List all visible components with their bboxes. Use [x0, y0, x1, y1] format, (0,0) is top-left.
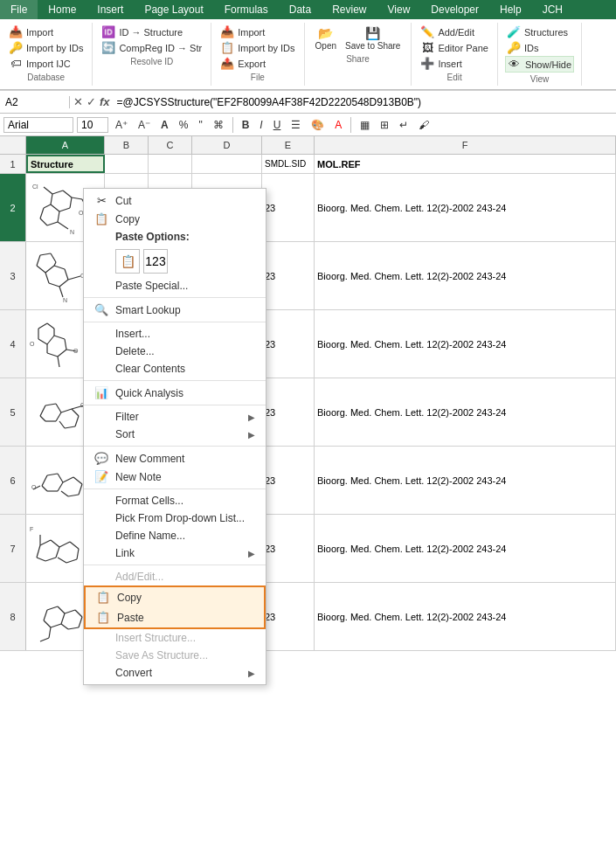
confirm-formula-icon[interactable]: ✓: [87, 95, 96, 108]
cell-6-f[interactable]: Bioorg. Med. Chem. Lett. 12(2)-2002 243-…: [315, 447, 616, 514]
cell-1-f[interactable]: MOL.REF: [315, 155, 616, 173]
cell-8-f[interactable]: Bioorg. Med. Chem. Lett. 12(2)-2002 243-…: [315, 583, 616, 650]
cell-reference[interactable]: A2: [0, 96, 70, 108]
col-header-f[interactable]: F: [315, 136, 616, 154]
cell-2-f[interactable]: Bioorg. Med. Chem. Lett. 12(2)-2002 243-…: [315, 174, 616, 241]
cm-paste-highlighted[interactable]: 📋 Paste: [86, 607, 264, 627]
cm-quick-analysis[interactable]: 📊 Quick Analysis: [84, 384, 266, 402]
tab-review[interactable]: Review: [322, 0, 377, 19]
formula-input[interactable]: [114, 96, 616, 108]
percent-btn[interactable]: %: [176, 117, 192, 133]
tab-home[interactable]: Home: [38, 0, 87, 19]
cm-smart-lookup[interactable]: 🔍 Smart Lookup: [84, 301, 266, 319]
cm-filter[interactable]: Filter ▶: [84, 408, 266, 426]
cm-insert-structure[interactable]: Insert Structure...: [84, 629, 266, 647]
cm-convert[interactable]: Convert ▶: [84, 664, 266, 682]
cm-sort[interactable]: Sort ▶: [84, 426, 266, 443]
cm-new-comment[interactable]: 💬 New Comment: [84, 449, 266, 468]
paint-btn[interactable]: 🖌: [415, 117, 433, 133]
wrap-btn[interactable]: ↵: [396, 117, 412, 133]
cell-4-e[interactable]: 23: [262, 310, 315, 378]
col-header-d[interactable]: D: [192, 136, 262, 154]
decrease-font-btn[interactable]: A⁻: [135, 117, 154, 133]
cm-paste-special[interactable]: Paste Special...: [84, 277, 266, 294]
cell-1-c[interactable]: [149, 155, 192, 173]
save-to-share-btn[interactable]: 💾 Save to Share: [342, 24, 404, 52]
file-import-btn[interactable]: 📥 Import: [218, 24, 296, 39]
font-name-input[interactable]: [3, 117, 73, 133]
borders-btn[interactable]: ▦: [356, 117, 373, 133]
cell-6-e[interactable]: 23: [262, 447, 315, 514]
show-hide-btn[interactable]: 👁 Show/Hide: [505, 56, 574, 73]
increase-font-btn[interactable]: A⁺: [112, 117, 131, 133]
tab-page-layout[interactable]: Page Layout: [134, 0, 213, 19]
tab-help[interactable]: Help: [489, 0, 532, 19]
cm-pick-dropdown[interactable]: Pick From Drop-down List...: [84, 509, 266, 527]
ids-btn[interactable]: 🔑 IDs: [505, 40, 574, 55]
cm-format-cells[interactable]: Format Cells...: [84, 492, 266, 509]
comma-btn[interactable]: ⌘: [210, 117, 227, 133]
col-header-c[interactable]: C: [149, 136, 192, 154]
file-import-ids-btn[interactable]: 📋 Import by IDs: [218, 40, 296, 55]
cm-clear-contents[interactable]: Clear Contents: [84, 360, 266, 378]
cell-5-f[interactable]: Bioorg. Med. Chem. Lett. 12(2)-2002 243-…: [315, 378, 616, 446]
cm-new-note[interactable]: 📝 New Note: [84, 468, 266, 486]
cell-1-e[interactable]: SMDL.SID: [262, 155, 315, 173]
import-ijc-btn[interactable]: 🏷 Import IJC: [7, 56, 85, 71]
cancel-formula-icon[interactable]: ✕: [73, 95, 83, 108]
quote-btn[interactable]: ": [195, 117, 205, 133]
cm-define-name[interactable]: Define Name...: [84, 527, 266, 544]
col-header-a[interactable]: A: [26, 136, 105, 154]
font-color-btn[interactable]: A: [157, 117, 172, 133]
cell-1-a[interactable]: Structure: [26, 155, 105, 173]
tab-data[interactable]: Data: [279, 0, 322, 19]
cell-5-e[interactable]: 23: [262, 378, 315, 446]
cell-1-d[interactable]: [192, 155, 262, 173]
open-btn[interactable]: 📂 Open: [312, 24, 340, 52]
cell-8-e[interactable]: 23: [262, 583, 315, 650]
cell-7-f[interactable]: Bioorg. Med. Chem. Lett. 12(2)-2002 243-…: [315, 515, 616, 582]
fx-icon[interactable]: fx: [100, 95, 110, 108]
tab-developer[interactable]: Developer: [420, 0, 489, 19]
col-header-b[interactable]: B: [105, 136, 149, 154]
cm-save-as-structure[interactable]: Save As Structure...: [84, 647, 266, 664]
fill-color-btn[interactable]: 🎨: [308, 117, 328, 133]
cm-add-edit[interactable]: Add/Edit...: [84, 568, 266, 585]
structures-btn[interactable]: 🧪 Structures: [505, 24, 574, 39]
cm-link[interactable]: Link ▶: [84, 544, 266, 562]
text-color-btn[interactable]: A: [331, 117, 345, 133]
tab-insert[interactable]: Insert: [87, 0, 134, 19]
italic-btn[interactable]: I: [256, 117, 266, 133]
cell-2-e[interactable]: 23: [262, 174, 315, 241]
tab-formulas[interactable]: Formulas: [214, 0, 279, 19]
insert-ribbon-btn[interactable]: ➕ Insert: [419, 56, 489, 71]
cell-4-f[interactable]: Bioorg. Med. Chem. Lett. 12(2)-2002 243-…: [315, 310, 616, 378]
cell-1-b[interactable]: [105, 155, 149, 173]
export-btn[interactable]: 📤 Export: [218, 56, 296, 71]
align-btn[interactable]: ☰: [287, 117, 304, 133]
cell-7-e[interactable]: 23: [262, 515, 315, 582]
tab-jch[interactable]: JCH: [532, 0, 573, 19]
col-header-e[interactable]: E: [262, 136, 315, 154]
paste-btn-1[interactable]: 📋: [115, 249, 140, 274]
bold-btn[interactable]: B: [239, 117, 253, 133]
paste-btn-2[interactable]: 123: [143, 249, 168, 274]
id-structure-btn[interactable]: 🆔 ID → Structure: [100, 24, 204, 39]
tab-file[interactable]: File: [0, 0, 38, 19]
import-by-ids-btn[interactable]: 🔑 Import by IDs: [7, 40, 85, 55]
cm-copy[interactable]: 📋 Copy: [84, 210, 266, 228]
cm-insert[interactable]: Insert...: [84, 325, 266, 343]
add-edit-ribbon-btn[interactable]: ✏️ Add/Edit: [419, 24, 489, 39]
cm-copy-highlighted[interactable]: 📋 Copy: [86, 587, 264, 607]
cell-3-f[interactable]: Bioorg. Med. Chem. Lett. 12(2)-2002 243-…: [315, 242, 616, 309]
underline-btn[interactable]: U: [270, 117, 285, 133]
editor-pane-btn[interactable]: 🖼 Editor Pane: [419, 40, 489, 55]
tab-view[interactable]: View: [377, 0, 421, 19]
cm-delete[interactable]: Delete...: [84, 343, 266, 360]
import-btn[interactable]: 📥 Import: [7, 24, 85, 39]
cell-3-e[interactable]: 23: [262, 242, 315, 309]
compreg-btn[interactable]: 🔄 CompReg ID → Str: [100, 40, 204, 55]
font-size-input[interactable]: [77, 117, 108, 133]
merge-btn[interactable]: ⊞: [377, 117, 392, 133]
cm-cut[interactable]: ✂ Cut: [84, 191, 266, 210]
